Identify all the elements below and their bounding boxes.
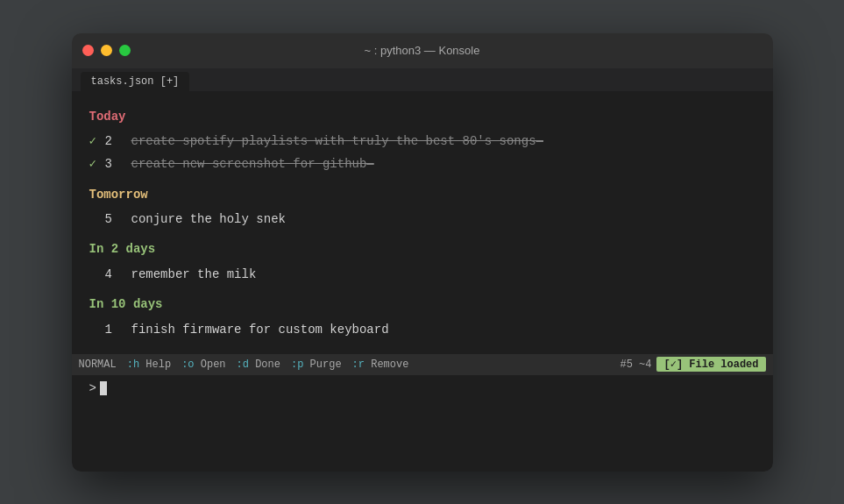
terminal-body[interactable]: Today ✓ 2 create spotify playlists with …	[72, 91, 773, 354]
cursor	[100, 381, 107, 395]
terminal-window: ~ : python3 — Konsole tasks.json [+] Tod…	[72, 33, 773, 472]
traffic-lights	[82, 45, 131, 56]
no-check	[89, 209, 105, 229]
task-text-1: finish firmware for custom keyboard	[131, 320, 389, 339]
close-button[interactable]	[82, 45, 94, 56]
status-help: :h Help	[124, 358, 174, 371]
minimize-button[interactable]	[101, 45, 112, 56]
prompt-symbol: >	[89, 381, 96, 395]
no-check	[89, 265, 105, 284]
prompt-line[interactable]: >	[72, 375, 773, 401]
file-loaded-badge: [✓] File loaded	[656, 357, 765, 372]
section-today-header: Today	[89, 107, 755, 126]
status-mode: NORMAL	[79, 358, 117, 371]
checkmark-icon: ✓	[89, 131, 105, 151]
task-text-5: conjure the holy snek	[131, 209, 286, 229]
task-row-1: 1 finish firmware for custom keyboard	[89, 318, 755, 341]
title-bar: ~ : python3 — Konsole	[72, 33, 773, 68]
status-right: #5 ~4 [✓] File loaded	[620, 357, 765, 372]
empty-terminal-space	[72, 401, 773, 472]
task-text-4: remember the milk	[131, 265, 257, 284]
section-tomorrow-header: Tomorrow	[89, 185, 755, 204]
status-done: :d Done	[233, 358, 284, 371]
checkmark-icon: ✓	[89, 154, 105, 174]
task-row-2: ✓ 2 create spotify playlists with truly …	[89, 130, 755, 153]
section-in2days-header: In 2 days	[89, 239, 755, 259]
status-bar: NORMAL :h Help :o Open :d Done :p Purge …	[72, 354, 773, 375]
task-text-2: create spotify playlists with truly the …	[131, 131, 543, 151]
task-row-5: 5 conjure the holy snek	[89, 208, 755, 231]
tab-bar: tasks.json [+]	[72, 68, 773, 91]
maximize-button[interactable]	[119, 45, 131, 56]
status-open: :o Open	[178, 358, 229, 371]
tab-tasks[interactable]: tasks.json [+]	[81, 72, 190, 91]
task-text-3: create new screenshot for github—	[131, 154, 374, 174]
task-row-4: 4 remember the milk	[89, 263, 755, 286]
task-row-3: ✓ 3 create new screenshot for github—	[89, 153, 755, 175]
status-remove: :r Remove	[349, 358, 413, 371]
status-count: #5 ~4	[620, 358, 651, 371]
section-in10days-header: In 10 days	[89, 295, 755, 314]
no-check	[89, 320, 105, 339]
status-purge: :p Purge	[287, 358, 345, 371]
window-title: ~ : python3 — Konsole	[365, 44, 480, 57]
